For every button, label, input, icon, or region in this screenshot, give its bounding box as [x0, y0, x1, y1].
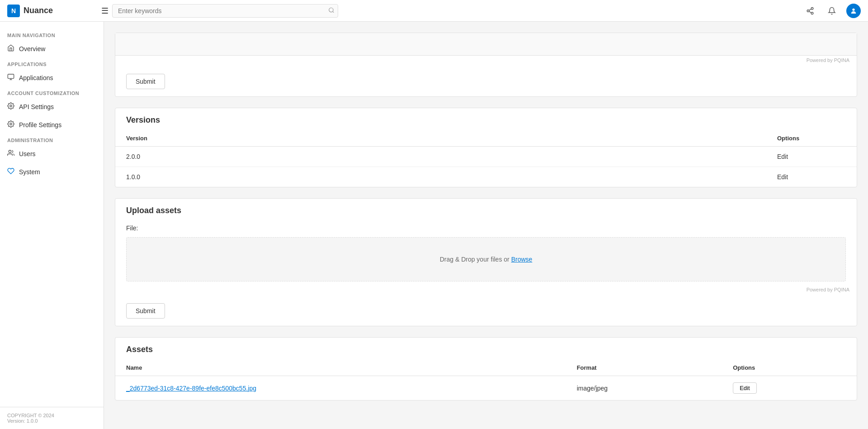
- sidebar-label-applications: Applications: [19, 74, 53, 81]
- main-content: Powered by PQINA Submit Versions Version…: [104, 22, 868, 429]
- sidebar-label-users: Users: [19, 150, 36, 157]
- logo-icon: N: [7, 5, 20, 17]
- version-options-2: Edit: [766, 167, 857, 187]
- asset-format-1: image/jpeg: [566, 376, 722, 400]
- upload-assets-card: Upload assets File: Drag & Drop your fil…: [115, 198, 857, 326]
- svg-point-13: [9, 150, 11, 153]
- search-input[interactable]: [112, 4, 338, 18]
- search-bar: [112, 4, 338, 18]
- search-icon: [328, 7, 335, 14]
- asset-row-1: _2d6773ed-31c8-427e-89fe-efe8c500bc55.jp…: [115, 376, 857, 400]
- version-col-header: Version: [115, 130, 766, 147]
- assets-card: Assets Name Format Options _2d6773ed-31c…: [115, 337, 857, 400]
- svg-point-2: [811, 7, 813, 10]
- system-icon: [7, 167, 14, 176]
- gear-icon-2: [7, 120, 14, 129]
- version-text: Version: 1.0.0: [7, 418, 96, 424]
- sidebar-item-users[interactable]: Users: [0, 145, 104, 163]
- top-card-submit-area: Submit: [115, 67, 857, 96]
- sidebar-label-system: System: [19, 168, 40, 176]
- upload-submit-button[interactable]: Submit: [126, 303, 165, 319]
- sidebar-label-api-settings: API Settings: [19, 103, 54, 110]
- sidebar-item-overview[interactable]: Overview: [0, 40, 104, 58]
- sidebar-label-profile-settings: Profile Settings: [19, 121, 61, 129]
- assets-format-col-header: Format: [566, 360, 722, 376]
- sidebar-section-applications: APPLICATIONS: [0, 58, 104, 69]
- asset-file-link-1[interactable]: _2d6773ed-31c8-427e-89fe-efe8c500bc55.jp…: [126, 385, 256, 392]
- users-icon: [7, 149, 14, 158]
- notification-bell-icon[interactable]: [825, 4, 839, 18]
- svg-rect-8: [8, 74, 14, 78]
- sidebar-item-applications[interactable]: Applications: [0, 69, 104, 87]
- svg-point-12: [10, 123, 12, 125]
- version-options-1: Edit: [766, 147, 857, 167]
- sidebar-item-api-settings[interactable]: API Settings: [0, 98, 104, 116]
- version-value-2: 1.0.0: [115, 167, 766, 187]
- sidebar: MAIN NAVIGATION Overview APPLICATIONS Ap…: [0, 22, 104, 429]
- sidebar-section-account: ACCOUNT CUSTOMIZATION: [0, 87, 104, 98]
- version-edit-link-2[interactable]: Edit: [777, 173, 788, 181]
- upload-submit-area: Submit: [115, 296, 857, 326]
- asset-edit-button-1[interactable]: Edit: [733, 382, 756, 394]
- svg-line-1: [333, 11, 334, 13]
- versions-title: Versions: [115, 108, 857, 130]
- top-card: Powered by PQINA Submit: [115, 33, 857, 97]
- svg-point-7: [852, 8, 854, 10]
- sidebar-item-system[interactable]: System: [0, 163, 104, 181]
- top-nav-actions: [803, 4, 861, 18]
- version-edit-link-1[interactable]: Edit: [777, 153, 788, 160]
- svg-line-5: [809, 11, 811, 13]
- version-value-1: 2.0.0: [115, 147, 766, 167]
- options-col-header: Options: [766, 130, 857, 147]
- assets-options-col-header: Options: [722, 360, 857, 376]
- upload-powered-by: Powered by PQINA: [115, 285, 857, 296]
- gear-icon: [7, 102, 14, 111]
- sidebar-section-admin: ADMINISTRATION: [0, 134, 104, 145]
- asset-name-1: _2d6773ed-31c8-427e-89fe-efe8c500bc55.jp…: [115, 376, 566, 400]
- browse-link[interactable]: Browse: [511, 256, 533, 263]
- version-row-2: 1.0.0 Edit: [115, 167, 857, 187]
- top-card-content-area: [115, 33, 857, 56]
- laptop-icon: [7, 73, 14, 82]
- app-name: Nuance: [24, 6, 53, 15]
- assets-title: Assets: [115, 338, 857, 360]
- version-row-1: 2.0.0 Edit: [115, 147, 857, 167]
- versions-card: Versions Version Options 2.0.0 Edit 1.0.…: [115, 108, 857, 187]
- sidebar-item-profile-settings[interactable]: Profile Settings: [0, 116, 104, 134]
- svg-point-4: [811, 12, 813, 14]
- sidebar-label-overview: Overview: [19, 45, 45, 52]
- asset-options-1: Edit: [722, 376, 857, 400]
- sidebar-footer: COPYRIGHT © 2024 Version: 1.0.0: [0, 407, 104, 429]
- svg-point-3: [807, 10, 809, 12]
- home-icon: [7, 44, 14, 53]
- assets-table: Name Format Options _2d6773ed-31c8-427e-…: [115, 360, 857, 400]
- svg-line-6: [809, 9, 811, 10]
- top-card-powered-by: Powered by PQINA: [115, 56, 857, 67]
- assets-name-col-header: Name: [115, 360, 566, 376]
- app-logo: N Nuance: [7, 5, 98, 17]
- sidebar-section-main-nav: MAIN NAVIGATION: [0, 29, 104, 40]
- drop-text: Drag & Drop your files or: [440, 256, 511, 263]
- svg-point-11: [10, 105, 12, 107]
- drop-zone[interactable]: Drag & Drop your files or Browse: [126, 237, 846, 281]
- user-avatar[interactable]: [846, 4, 861, 18]
- upload-assets-title: Upload assets: [115, 199, 857, 221]
- top-nav: N Nuance ☰: [0, 0, 868, 22]
- top-submit-button[interactable]: Submit: [126, 74, 165, 89]
- file-label: File:: [115, 221, 857, 234]
- hamburger-button[interactable]: ☰: [98, 4, 112, 18]
- versions-table: Version Options 2.0.0 Edit 1.0.0 Edit: [115, 130, 857, 187]
- share-icon[interactable]: [803, 4, 817, 18]
- copyright-text: COPYRIGHT © 2024: [7, 413, 96, 418]
- svg-point-0: [329, 8, 333, 12]
